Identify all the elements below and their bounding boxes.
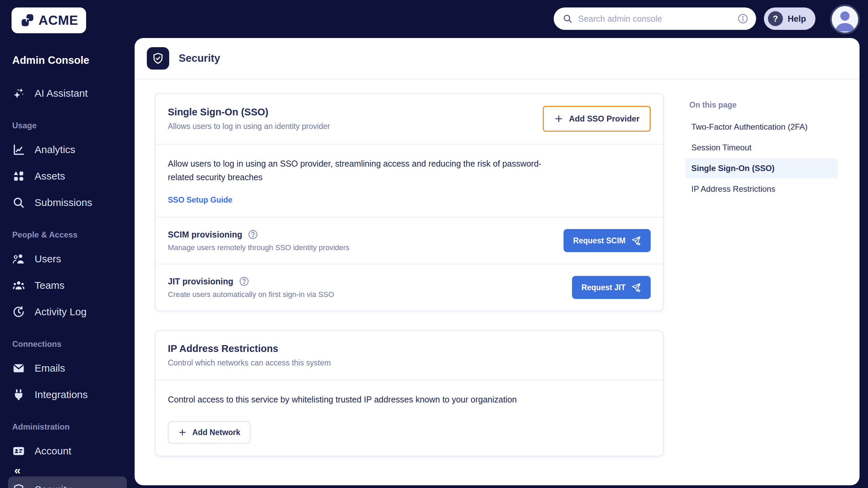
magnifier-icon bbox=[12, 196, 25, 209]
avatar[interactable] bbox=[830, 4, 860, 34]
question-circle-icon: ? bbox=[768, 11, 783, 26]
page-nav-item-session-timeout[interactable]: Session Timeout bbox=[685, 138, 838, 157]
sso-card-header: Single Sign-On (SSO) Allows users to log… bbox=[156, 94, 663, 144]
plus-icon bbox=[554, 114, 564, 124]
sidebar-item-account[interactable]: Account bbox=[12, 438, 135, 464]
person-icon bbox=[832, 6, 858, 33]
plus-icon bbox=[178, 428, 187, 437]
acme-logo[interactable]: ACME bbox=[12, 7, 86, 33]
scim-subtitle: Manage users remotely through SSO identi… bbox=[168, 243, 350, 252]
page-nav-item-2fa[interactable]: Two-Factor Authentication (2FA) bbox=[685, 117, 838, 137]
sidebar-item-label: Emails bbox=[35, 362, 65, 374]
shapes-icon bbox=[12, 170, 25, 183]
users-icon bbox=[12, 252, 25, 265]
add-sso-provider-button[interactable]: Add SSO Provider bbox=[543, 106, 651, 132]
sidebar-item-activity-log[interactable]: Activity Log bbox=[12, 299, 135, 325]
sidebar-item-label: Submissions bbox=[35, 197, 92, 208]
question-circle-icon[interactable] bbox=[248, 229, 258, 240]
sidebar-item-security[interactable]: Security bbox=[8, 476, 127, 488]
page-header: Security bbox=[135, 38, 860, 79]
jit-row: JIT provisioning Create users automatica… bbox=[156, 264, 663, 311]
sidebar-item-label: AI Assistant bbox=[35, 88, 88, 99]
sso-card-title: Single Sign-On (SSO) bbox=[168, 107, 330, 118]
shield-icon bbox=[12, 483, 25, 488]
sidebar-nav: AI Assistant Usage Analytics bbox=[12, 80, 135, 488]
id-card-icon bbox=[12, 445, 25, 457]
page-nav-item-sso[interactable]: Single Sign-On (SSO) bbox=[685, 158, 838, 178]
sidebar-item-label: Activity Log bbox=[35, 306, 86, 318]
jit-title: JIT provisioning bbox=[168, 277, 233, 286]
sidebar-section-people-access: People & Access bbox=[12, 230, 135, 240]
sso-description-section: Allow users to log in using an SSO provi… bbox=[156, 144, 663, 217]
sidebar-item-submissions[interactable]: Submissions bbox=[12, 189, 135, 216]
send-plus-icon bbox=[631, 282, 641, 293]
sso-description: Allow users to log in using an SSO provi… bbox=[168, 157, 566, 184]
shield-check-icon bbox=[147, 47, 169, 70]
sidebar-item-label: Integrations bbox=[35, 389, 88, 400]
page-nav-item-ip-restrictions[interactable]: IP Address Restrictions bbox=[685, 179, 838, 199]
search-bar[interactable] bbox=[554, 7, 756, 30]
line-chart-icon bbox=[12, 143, 25, 156]
sidebar-item-label: Account bbox=[35, 445, 71, 457]
request-scim-button[interactable]: Request SCIM bbox=[564, 229, 651, 252]
info-circle-icon[interactable] bbox=[737, 13, 749, 24]
jit-subtitle: Create users automatically on first sign… bbox=[168, 290, 334, 299]
clock-history-icon bbox=[12, 305, 25, 318]
sidebar-item-users[interactable]: Users bbox=[12, 246, 135, 272]
ip-description: Control access to this service by whitel… bbox=[168, 393, 566, 406]
content-panel: Security Single Sign-On (SSO) Allows use… bbox=[135, 38, 860, 485]
ip-card-header: IP Address Restrictions Control which ne… bbox=[156, 331, 663, 380]
search-input[interactable] bbox=[578, 14, 732, 24]
sidebar-item-emails[interactable]: Emails bbox=[12, 355, 135, 381]
page-title: Security bbox=[179, 52, 220, 64]
send-plus-icon bbox=[631, 236, 641, 246]
acme-logo-icon bbox=[20, 13, 35, 28]
sidebar-collapse-button[interactable]: « bbox=[14, 466, 30, 476]
sidebar-item-teams[interactable]: Teams bbox=[12, 272, 135, 299]
sidebar-item-assets[interactable]: Assets bbox=[12, 163, 135, 189]
on-this-page-label: On this page bbox=[689, 100, 838, 110]
sidebar-item-label: Users bbox=[35, 253, 61, 265]
sidebar-item-integrations[interactable]: Integrations bbox=[12, 381, 135, 408]
sidebar: ACME Admin Console AI Assistant Usage bbox=[0, 0, 135, 488]
sidebar-section-connections: Connections bbox=[12, 339, 135, 349]
ip-card-title: IP Address Restrictions bbox=[168, 343, 651, 354]
sparkles-icon bbox=[12, 87, 25, 100]
sidebar-item-label: Teams bbox=[35, 280, 64, 291]
sidebar-item-label: Analytics bbox=[35, 144, 75, 155]
scim-row: SCIM provisioning Manage users remotely … bbox=[156, 217, 663, 264]
logo-text: ACME bbox=[39, 13, 78, 28]
sso-card: Single Sign-On (SSO) Allows users to log… bbox=[155, 93, 664, 311]
teams-icon bbox=[12, 279, 25, 292]
sidebar-section-usage: Usage bbox=[12, 121, 135, 130]
request-jit-button[interactable]: Request JIT bbox=[572, 276, 651, 299]
sso-card-subtitle: Allows users to log in using an identity… bbox=[168, 122, 330, 131]
sidebar-title: Admin Console bbox=[12, 54, 135, 67]
add-network-button[interactable]: Add Network bbox=[168, 421, 251, 444]
scim-title: SCIM provisioning bbox=[168, 230, 242, 240]
ip-restrictions-card: IP Address Restrictions Control which ne… bbox=[155, 330, 664, 456]
on-this-page-nav: On this page Two-Factor Authentication (… bbox=[685, 93, 838, 456]
ip-card-body: Control access to this service by whitel… bbox=[156, 380, 663, 456]
sso-setup-guide-link[interactable]: SSO Setup Guide bbox=[168, 195, 232, 205]
question-circle-icon[interactable] bbox=[239, 276, 250, 287]
plug-icon bbox=[12, 388, 25, 401]
envelope-icon bbox=[12, 362, 25, 375]
help-label: Help bbox=[788, 14, 806, 24]
search-icon bbox=[563, 14, 573, 24]
sidebar-item-ai-assistant[interactable]: AI Assistant bbox=[12, 80, 135, 107]
sidebar-item-label: Security bbox=[35, 484, 71, 488]
sidebar-item-label: Assets bbox=[35, 170, 65, 182]
sidebar-item-analytics[interactable]: Analytics bbox=[12, 136, 135, 163]
help-button[interactable]: ? Help bbox=[764, 7, 815, 30]
sidebar-section-administration: Administration bbox=[12, 422, 135, 432]
ip-card-subtitle: Control which networks can access this s… bbox=[168, 358, 651, 368]
